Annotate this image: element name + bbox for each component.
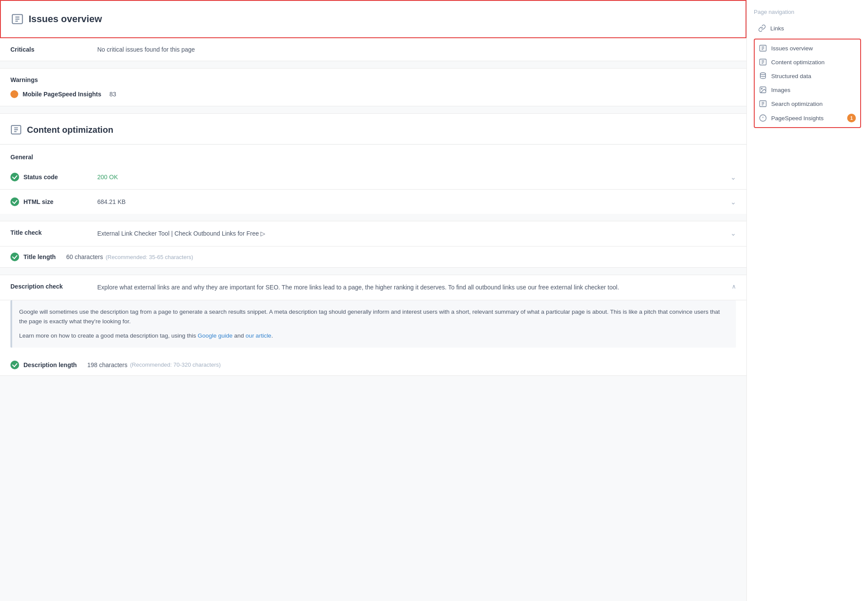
criticals-section: Criticals No critical issues found for t… [0, 38, 746, 61]
sidebar-pagespeed-label: PageSpeed Insights [771, 115, 824, 122]
title-length-value: 60 characters [66, 253, 103, 260]
svg-point-9 [10, 197, 19, 206]
description-length-value: 198 characters [87, 361, 128, 368]
general-label: General [0, 145, 746, 165]
warnings-label: Warnings [10, 76, 38, 83]
warnings-label-row: Warnings [0, 69, 746, 86]
sidebar-images-label: Images [771, 87, 790, 93]
sidebar-images-icon [759, 86, 767, 94]
criticals-row: Criticals No critical issues found for t… [0, 38, 746, 61]
svg-point-10 [10, 253, 19, 261]
title-length-recommended: (Recommended: 35-65 characters) [106, 254, 193, 260]
sidebar-item-pagespeed-insights[interactable]: PageSpeed Insights 1 [755, 111, 860, 125]
sidebar-issues-overview-icon [759, 44, 767, 52]
description-length-row: Description length 198 characters (Recom… [0, 355, 746, 375]
title-check-value: External Link Checker Tool | Check Outbo… [97, 229, 730, 238]
description-length-check-icon [10, 361, 19, 369]
warning-dot-icon [10, 90, 18, 98]
sidebar-item-images[interactable]: Images [755, 83, 860, 97]
description-check-value: Explore what external links are and why … [97, 283, 732, 292]
sidebar-content-opt-label: Content optimization [771, 59, 825, 66]
sidebar-item-issues-overview[interactable]: Issues overview [755, 41, 860, 55]
link-icon [758, 24, 766, 32]
sidebar-item-content-optimization[interactable]: Content optimization [755, 55, 860, 69]
sidebar-nav-box: Issues overview Content optimization [754, 39, 861, 128]
description-expanded-box: Google will sometimes use the descriptio… [10, 300, 736, 348]
description-learn-more: Learn more on how to create a good meta … [19, 331, 729, 341]
criticals-label: Criticals [10, 46, 97, 53]
main-content: Issues overview Criticals No critical is… [0, 0, 746, 601]
description-our-article-link[interactable]: our article [246, 332, 271, 339]
status-code-label: Status code [23, 174, 58, 181]
sidebar-nav-title: Page navigation [754, 9, 861, 15]
description-length-recommended: (Recommended: 70-320 characters) [130, 361, 221, 368]
html-size-value: 684.21 KB [97, 198, 730, 205]
pagespeed-badge: 1 [847, 114, 856, 122]
description-check-section: Description check Explore what external … [0, 275, 746, 376]
content-optimization-icon [10, 124, 22, 135]
sidebar-item-links[interactable]: Links [754, 21, 861, 35]
sidebar-pagespeed-icon [759, 114, 767, 122]
content-optimization-header: Content optimization [0, 113, 746, 145]
sidebar-issues-overview-label: Issues overview [771, 45, 813, 52]
title-length-check-icon [10, 253, 19, 261]
sidebar-search-opt-label: Search optimization [771, 101, 823, 107]
status-code-value: 200 OK [97, 174, 730, 181]
criticals-value: No critical issues found for this page [97, 46, 736, 53]
title-length-row: Title length 60 characters (Recommended:… [0, 246, 746, 267]
general-section: General Status code 200 OK [0, 145, 746, 214]
title-length-label: Title length [23, 253, 56, 260]
sidebar: Page navigation Links Issue [746, 0, 868, 601]
warnings-item-label: Mobile PageSpeed Insights [23, 91, 109, 98]
warnings-item-row: Mobile PageSpeed Insights 83 [0, 86, 746, 106]
title-check-expand[interactable] [730, 229, 736, 237]
html-size-label: HTML size [23, 198, 53, 205]
page-layout: Issues overview Criticals No critical is… [0, 0, 868, 601]
html-size-row: HTML size 684.21 KB [0, 190, 746, 214]
issues-overview-header: Issues overview [0, 0, 746, 38]
svg-point-8 [10, 173, 19, 181]
sidebar-links-label: Links [770, 25, 784, 32]
content-optimization-title: Content optimization [27, 125, 113, 135]
description-check-collapse[interactable] [732, 283, 736, 290]
sidebar-links-section: Links [754, 21, 861, 35]
description-length-label: Description length [23, 361, 77, 368]
warnings-section: Warnings Mobile PageSpeed Insights 83 [0, 68, 746, 106]
status-code-check-icon [10, 173, 19, 181]
title-check-section: Title check External Link Checker Tool |… [0, 221, 746, 268]
description-expanded-text: Google will sometimes use the descriptio… [19, 307, 729, 326]
description-check-header: Description check Explore what external … [0, 275, 746, 300]
sidebar-structured-data-label: Structured data [771, 73, 811, 79]
issues-overview-icon [11, 13, 23, 25]
description-google-guide-link[interactable]: Google guide [198, 332, 232, 339]
sidebar-item-structured-data[interactable]: Structured data [755, 69, 860, 83]
status-code-row: Status code 200 OK [0, 165, 746, 190]
sidebar-structured-data-icon [759, 72, 767, 80]
description-check-label: Description check [10, 283, 97, 290]
title-check-header: Title check External Link Checker Tool |… [0, 221, 746, 246]
issues-overview-title: Issues overview [29, 13, 102, 25]
svg-point-22 [761, 88, 762, 89]
html-size-expand[interactable] [730, 198, 736, 206]
title-check-label: Title check [10, 229, 97, 236]
sidebar-content-opt-icon [759, 58, 767, 66]
html-size-check-icon [10, 197, 19, 206]
svg-point-20 [760, 73, 766, 75]
status-code-expand[interactable] [730, 173, 736, 181]
sidebar-item-search-optimization[interactable]: Search optimization [755, 97, 860, 111]
sidebar-search-opt-icon [759, 100, 767, 108]
svg-point-11 [10, 361, 19, 369]
warnings-item-value: 83 [109, 91, 736, 98]
